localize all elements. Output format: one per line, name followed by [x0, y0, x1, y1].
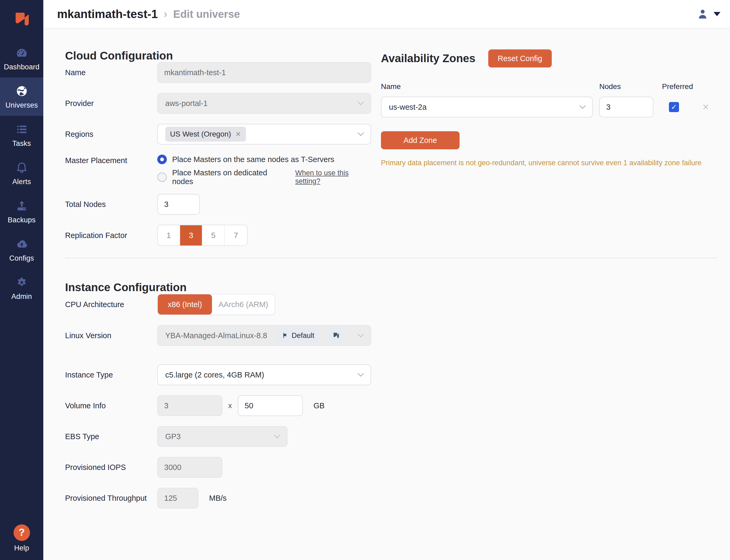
radio-selected-icon[interactable]	[157, 155, 167, 164]
chevron-down-icon	[357, 333, 364, 338]
az-column-headers: Name Nodes Preferred	[381, 82, 717, 91]
user-menu[interactable]	[696, 7, 720, 21]
replication-factor-selector: 1 3 5 7	[157, 225, 248, 246]
rf-option-3-selected[interactable]: 3	[180, 225, 202, 245]
sidebar-item-configs[interactable]: Configs	[0, 231, 43, 269]
main-area: mkantimath-test-1 › Edit universe Cloud …	[43, 0, 730, 560]
linux-version-label: Linux Version	[65, 331, 157, 340]
az-nodes-input[interactable]	[599, 97, 653, 117]
cpu-arm-option[interactable]: AArch6 (ARM)	[212, 294, 275, 315]
ebs-type-row: EBS Type GP3	[65, 426, 371, 447]
sidebar-item-tasks[interactable]: Tasks	[0, 116, 43, 154]
chevron-down-icon	[714, 12, 720, 16]
cpu-architecture-row: CPU Architecture x86 (Intel) AArch6 (ARM…	[65, 294, 371, 315]
ebs-type-value: GP3	[165, 432, 181, 441]
linux-version-value: YBA-Managed-AlmaLinux-8.8	[165, 331, 267, 340]
bell-icon	[15, 161, 29, 175]
total-nodes-row: Total Nodes	[65, 194, 371, 215]
instance-configuration-section: Instance Configuration CPU Architecture …	[65, 281, 371, 508]
breadcrumb-chevron-icon: ›	[164, 8, 167, 20]
ebs-type-label: EBS Type	[65, 432, 157, 441]
cpu-architecture-toggle: x86 (Intel) AArch6 (ARM)	[157, 294, 275, 315]
cloud-upload-icon	[15, 237, 29, 251]
az-col-nodes: Nodes	[599, 82, 662, 91]
master-placement-label: Master Placement	[65, 155, 157, 165]
instance-type-select[interactable]: c5.large (2 cores, 4GB RAM)	[157, 364, 371, 385]
yugabyte-mark-icon	[332, 332, 340, 340]
provisioned-iops-label: Provisioned IOPS	[65, 463, 157, 472]
provider-row: Provider aws-portal-1	[65, 93, 371, 114]
remove-zone-icon[interactable]: ✕	[702, 102, 709, 112]
regions-select[interactable]: US West (Oregon) ✕	[157, 124, 371, 145]
sidebar-item-dashboard[interactable]: Dashboard	[0, 39, 43, 78]
header: mkantimath-test-1 › Edit universe	[43, 0, 730, 29]
cpu-x86-option-selected[interactable]: x86 (Intel)	[158, 294, 212, 315]
master-dedicated-option[interactable]: Place Masters on dedicated nodes When to…	[157, 168, 371, 186]
sidebar-item-universes[interactable]: Universes	[0, 78, 43, 116]
region-chip-remove-icon[interactable]: ✕	[235, 130, 241, 138]
throughput-unit-label: MB/s	[209, 494, 227, 503]
reset-config-button[interactable]: Reset Config	[488, 49, 552, 67]
sidebar-item-label: Alerts	[12, 178, 31, 186]
globe-icon	[15, 84, 29, 98]
rf-option-7[interactable]: 7	[225, 225, 247, 245]
task-list-icon	[15, 122, 29, 136]
chevron-down-icon	[357, 132, 364, 136]
name-row: Name	[65, 62, 371, 83]
master-same-nodes-label: Place Masters on the same nodes as T-Ser…	[172, 155, 334, 164]
chevron-down-icon	[357, 373, 364, 377]
sidebar-item-label: Admin	[11, 292, 32, 301]
regions-label: Regions	[65, 130, 157, 139]
volume-unit-label: GB	[313, 401, 325, 410]
when-to-use-link[interactable]: When to use this setting?	[295, 169, 371, 185]
provider-label: Provider	[65, 99, 157, 108]
master-dedicated-label: Place Masters on dedicated nodes	[172, 168, 283, 186]
provisioned-throughput-label: Provisioned Throughput	[65, 494, 157, 503]
default-badge-label: Default	[292, 332, 315, 340]
volume-multiply-label: x	[228, 401, 232, 410]
volume-count-input	[157, 395, 222, 416]
yugabyte-logo[interactable]	[0, 0, 43, 39]
replication-factor-label: Replication Factor	[65, 231, 157, 240]
instance-type-value: c5.large (2 cores, 4GB RAM)	[165, 371, 264, 379]
rf-option-1[interactable]: 1	[158, 225, 180, 245]
sidebar-item-alerts[interactable]: Alerts	[0, 154, 43, 192]
az-row: us-west-2a ✓ ✕	[381, 97, 717, 117]
rf-option-5[interactable]: 5	[202, 225, 225, 245]
az-zone-select[interactable]: us-west-2a	[381, 97, 593, 117]
cloud-configuration-section: Cloud Configuration Name Provider aws-po…	[65, 49, 371, 246]
master-same-nodes-option[interactable]: Place Masters on the same nodes as T-Ser…	[157, 155, 371, 164]
provider-value: aws-portal-1	[165, 99, 208, 108]
region-chip: US West (Oregon) ✕	[165, 127, 246, 142]
sidebar-item-help[interactable]: ? Help	[0, 519, 43, 557]
provisioned-throughput-row: Provisioned Throughput MB/s	[65, 488, 371, 508]
universe-name-input	[157, 62, 371, 83]
total-nodes-input[interactable]	[157, 194, 200, 215]
volume-size-input[interactable]	[238, 395, 303, 416]
provisioned-iops-input	[157, 457, 222, 478]
sidebar-item-label: Universes	[6, 101, 38, 109]
provisioned-iops-row: Provisioned IOPS	[65, 457, 371, 478]
instance-type-row: Instance Type c5.large (2 cores, 4GB RAM…	[65, 364, 371, 385]
volume-info-row: Volume Info x GB	[65, 395, 371, 416]
sidebar-item-admin[interactable]: Admin	[0, 269, 43, 307]
linux-version-select: YBA-Managed-AlmaLinux-8.8 Default	[157, 325, 371, 346]
chevron-down-icon	[357, 101, 364, 105]
content: Cloud Configuration Name Provider aws-po…	[43, 29, 730, 560]
sidebar: Dashboard Universes Tasks	[0, 0, 43, 560]
help-icon: ?	[14, 524, 30, 541]
cloud-configuration-heading: Cloud Configuration	[65, 49, 371, 62]
linux-version-row: Linux Version YBA-Managed-AlmaLinux-8.8 …	[65, 325, 371, 346]
add-zone-button[interactable]: Add Zone	[381, 131, 460, 149]
geo-redundancy-warning: Primary data placement is not geo-redund…	[381, 159, 717, 167]
provider-select: aws-portal-1	[157, 93, 371, 114]
section-divider	[65, 258, 717, 258]
sidebar-item-label: Configs	[9, 254, 34, 262]
default-badge: Default	[277, 328, 319, 343]
preferred-checkbox-checked[interactable]: ✓	[669, 102, 679, 112]
az-zone-value: us-west-2a	[389, 103, 427, 112]
total-nodes-label: Total Nodes	[65, 200, 157, 209]
sidebar-item-backups[interactable]: Backups	[0, 192, 43, 231]
replication-factor-row: Replication Factor 1 3 5 7	[65, 225, 371, 246]
radio-unselected-icon[interactable]	[157, 172, 167, 182]
